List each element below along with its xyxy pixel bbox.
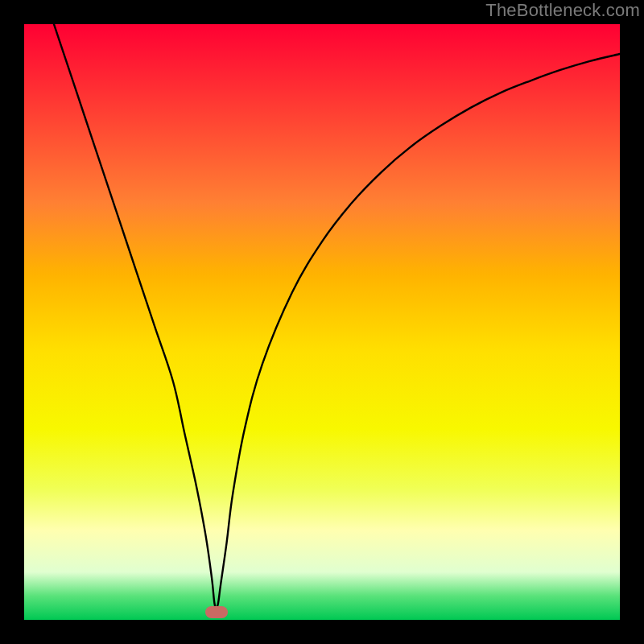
chart-frame: TheBottleneck.com (0, 0, 644, 644)
watermark-text: TheBottleneck.com (485, 0, 640, 21)
optimal-marker (205, 606, 228, 618)
bottleneck-curve (48, 6, 620, 609)
plot-area (24, 24, 620, 620)
curve-svg (24, 24, 620, 620)
